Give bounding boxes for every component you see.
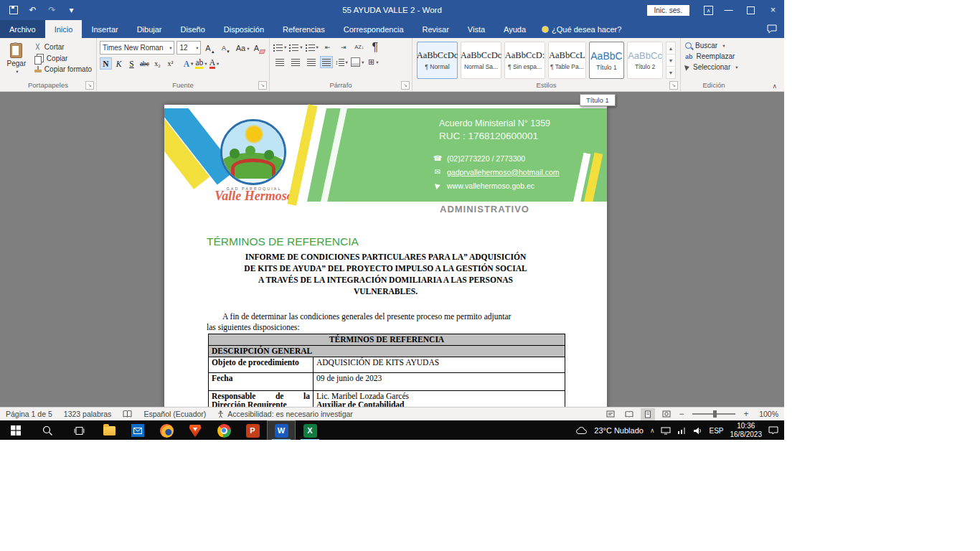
brave-icon[interactable] <box>181 420 209 440</box>
align-center-button[interactable] <box>288 56 303 68</box>
styles-gallery-scroll[interactable]: ▲ ▼ ▼ <box>666 42 676 79</box>
tab-correspondencia[interactable]: Correspondencia <box>334 20 413 38</box>
tab-archivo[interactable]: Archivo <box>0 20 45 38</box>
chrome-icon[interactable] <box>209 420 238 440</box>
line-spacing-button[interactable]: ↕▾ <box>334 56 349 68</box>
sign-in-button[interactable]: Inic. ses. <box>647 5 689 16</box>
taskbar-search-button[interactable] <box>32 420 63 440</box>
powerpoint-icon[interactable]: P <box>238 420 267 440</box>
clock[interactable]: 10:36 16/8/2023 <box>730 422 763 439</box>
find-button[interactable]: Buscar▾ <box>685 42 744 50</box>
collapse-ribbon-icon[interactable]: ∧ <box>772 83 777 90</box>
style-sin-espaciado[interactable]: AaBbCcD: ¶ Sin espa... <box>504 42 545 79</box>
mail-icon[interactable] <box>123 420 152 440</box>
word-icon[interactable]: W <box>267 420 296 440</box>
language-status[interactable]: Español (Ecuador) <box>143 410 206 418</box>
numbering-button[interactable]: ▾ <box>288 41 303 53</box>
tray-chevron-icon[interactable]: ∧ <box>650 427 655 434</box>
redo-button[interactable]: ↷ <box>43 1 61 19</box>
zoom-level[interactable]: 100% <box>754 410 778 418</box>
font-dialog-launcher-icon[interactable]: ↘ <box>258 81 267 90</box>
page-indicator[interactable]: Página 1 de 5 <box>6 410 52 418</box>
multilevel-list-button[interactable]: ▾ <box>305 41 319 53</box>
clipboard-dialog-launcher-icon[interactable]: ↘ <box>85 81 94 90</box>
start-button[interactable] <box>0 420 32 440</box>
paste-button[interactable]: Pegar ▾ <box>3 41 30 80</box>
document-area[interactable]: Título 1 GAD PARROQUIAL Valle Hermoso <box>0 92 784 407</box>
tab-inicio[interactable]: Inicio <box>45 20 83 38</box>
paragraph-dialog-launcher-icon[interactable]: ↘ <box>401 81 410 90</box>
excel-icon[interactable]: X <box>296 420 324 440</box>
style-normal[interactable]: AaBbCcDc ¶ Normal <box>417 42 458 79</box>
style-titulo-2[interactable]: AaBbCc Título 2 <box>627 42 663 79</box>
show-marks-button[interactable]: ¶ <box>368 41 382 53</box>
language-indicator[interactable]: ESP <box>709 427 723 435</box>
style-normal-sa[interactable]: AaBbCcDc Normal Sa... <box>461 42 501 79</box>
notification-center-icon[interactable] <box>768 426 778 435</box>
font-color-button[interactable]: A▾ <box>208 57 220 70</box>
volume-icon[interactable] <box>693 427 702 435</box>
display-icon[interactable] <box>661 427 671 435</box>
tab-insertar[interactable]: Insertar <box>82 20 127 38</box>
tab-ayuda[interactable]: Ayuda <box>494 20 535 38</box>
firefox-icon[interactable] <box>152 420 181 440</box>
change-case-button[interactable]: Aa▾ <box>235 42 250 54</box>
weather-text[interactable]: 23°C Nublado <box>594 426 644 435</box>
justify-button[interactable] <box>320 56 333 68</box>
word-count[interactable]: 1323 palabras <box>64 410 112 418</box>
bold-button[interactable]: N <box>100 57 112 70</box>
task-view-button[interactable] <box>63 420 95 440</box>
styles-gallery-more-icon[interactable]: ▼ <box>666 66 675 78</box>
tab-vista[interactable]: Vista <box>458 20 494 38</box>
zoom-slider[interactable] <box>692 413 735 415</box>
zoom-in-button[interactable]: + <box>743 409 750 419</box>
tab-dibujar[interactable]: Dibujar <box>128 20 171 38</box>
strikethrough-button[interactable]: abc <box>138 57 151 70</box>
qat-customize-button[interactable]: ▾ <box>62 1 80 19</box>
accessibility-status[interactable]: Accesibilidad: es necesario investigar <box>217 410 353 418</box>
read-mode-button[interactable] <box>622 408 636 420</box>
replace-button[interactable]: abReemplazar <box>685 52 744 60</box>
copy-button[interactable]: Copiar <box>33 53 93 63</box>
font-size-select[interactable]: 12▾ <box>176 41 201 55</box>
styles-scroll-up-icon[interactable]: ▲ <box>666 42 675 54</box>
clear-formatting-button[interactable]: A <box>253 42 266 54</box>
comments-icon[interactable] <box>767 20 777 38</box>
grow-font-button[interactable]: A▲ <box>203 42 217 54</box>
close-button[interactable]: × <box>762 0 784 20</box>
tab-disposicion[interactable]: Disposición <box>215 20 273 38</box>
style-table-paragraph[interactable]: AaBbCcL ¶ Table Pa... <box>548 42 586 79</box>
italic-button[interactable]: K <box>113 57 125 70</box>
zoom-slider-thumb[interactable] <box>713 410 717 418</box>
shading-button[interactable]: ▾ <box>350 56 364 68</box>
align-left-button[interactable] <box>273 56 287 68</box>
tab-diseno[interactable]: Diseño <box>171 20 215 38</box>
zoom-out-button[interactable]: − <box>678 409 685 419</box>
web-layout-button[interactable] <box>659 408 674 420</box>
bullets-button[interactable]: ▾ <box>273 41 287 53</box>
document-page[interactable]: GAD PARROQUIAL Valle Hermoso Acuerdo Min… <box>164 105 607 407</box>
tab-revisar[interactable]: Revisar <box>413 20 458 38</box>
styles-dialog-launcher-icon[interactable]: ↘ <box>669 81 678 90</box>
borders-button[interactable]: ⊞▾ <box>366 56 380 68</box>
styles-scroll-down-icon[interactable]: ▼ <box>666 54 675 66</box>
save-button[interactable] <box>4 1 22 19</box>
focus-mode-button[interactable] <box>603 408 618 420</box>
maximize-button[interactable] <box>740 0 762 20</box>
tell-me-box[interactable]: ¿Qué desea hacer? <box>535 20 628 38</box>
sort-button[interactable]: AZ↓ <box>352 41 367 53</box>
style-titulo-1[interactable]: AaBbC Título 1 <box>589 42 625 79</box>
subscript-button[interactable]: x₂ <box>151 57 164 70</box>
minimize-button[interactable]: — <box>717 0 740 20</box>
shrink-font-button[interactable]: A▼ <box>219 42 232 54</box>
align-right-button[interactable] <box>304 56 319 68</box>
increase-indent-button[interactable]: ⇥ <box>336 41 351 53</box>
network-icon[interactable] <box>677 427 687 434</box>
text-effects-button[interactable]: A▾ <box>182 57 194 70</box>
proofing-icon[interactable] <box>123 410 132 418</box>
print-layout-button[interactable] <box>641 408 655 420</box>
superscript-button[interactable]: x² <box>164 57 176 70</box>
file-explorer-icon[interactable] <box>95 420 123 440</box>
undo-button[interactable]: ↶ <box>24 1 42 19</box>
cut-button[interactable]: Cortar <box>33 42 93 52</box>
